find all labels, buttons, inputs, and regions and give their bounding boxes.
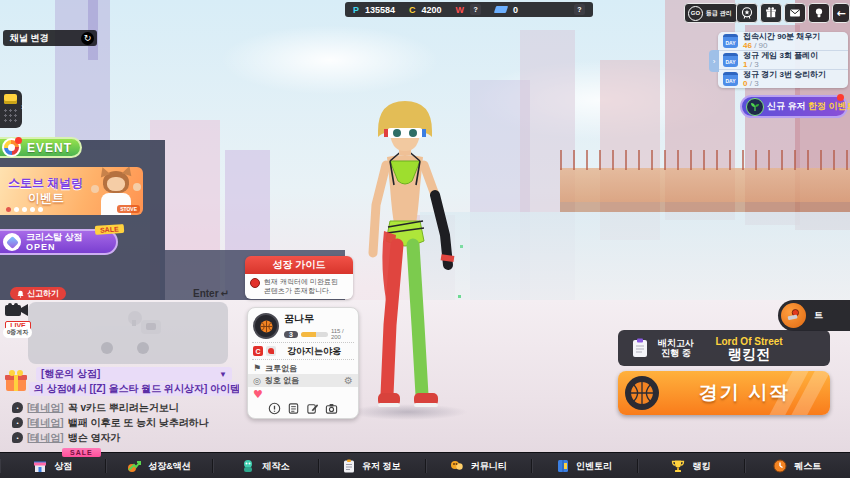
quest-row[interactable]: DAY 접속시간 90분 채우기 46 / 90 bbox=[718, 32, 848, 51]
settings-gear-icon[interactable]: ⚙ bbox=[344, 375, 353, 386]
locked-currency-icon[interactable]: ? bbox=[470, 4, 481, 15]
event-button[interactable]: EVENT bbox=[0, 137, 82, 158]
report-button[interactable]: 신고하기 bbox=[10, 287, 66, 300]
crystal-banner-title: 크리스탈 상점 bbox=[26, 232, 83, 242]
stove-banner-subtitle: 이벤트 bbox=[28, 190, 64, 207]
lucky-shop-body: 의 상점에서 [[Z] 올스타 월드 위시상자] 아이템 bbox=[34, 382, 239, 396]
carousel-dots[interactable] bbox=[6, 207, 43, 212]
coin-currency-icon: C bbox=[409, 5, 416, 15]
exp-bar-fill bbox=[301, 332, 317, 337]
nav-community[interactable]: 커뮤니티 bbox=[426, 459, 532, 473]
nav-shop[interactable]: 상점 bbox=[0, 459, 106, 473]
chat-text: 뱅슨 영자가 bbox=[68, 431, 121, 445]
bg-bridge-rail bbox=[560, 150, 850, 170]
nav-label: 유저 정보 bbox=[362, 460, 401, 473]
crew-status: 크루없음 bbox=[265, 363, 297, 374]
memo-button[interactable] bbox=[287, 402, 300, 415]
nav-quest[interactable]: 퀘스트 bbox=[745, 459, 850, 473]
start-match-button[interactable]: 경기 시작 bbox=[618, 371, 830, 415]
mail-button[interactable] bbox=[784, 3, 806, 23]
nav-ranking[interactable]: 랭킹 bbox=[638, 459, 744, 473]
notification-dot bbox=[837, 94, 844, 101]
chat-username[interactable]: [테네엄] bbox=[27, 431, 64, 445]
quest-row[interactable]: DAY 정규 게임 3회 플레이 1 / 3 bbox=[718, 51, 848, 70]
nav-growth[interactable]: 성장&액션 bbox=[106, 459, 212, 473]
bag-icon bbox=[4, 94, 17, 104]
nav-inventory[interactable]: 인벤토리 bbox=[532, 459, 638, 473]
enter-label: Enter bbox=[193, 288, 219, 299]
sprout-icon bbox=[746, 98, 764, 116]
nav-workshop[interactable]: 제작소 bbox=[213, 459, 319, 473]
collapsed-side-panel[interactable]: › bbox=[0, 90, 22, 128]
chat-bubble-icon: • bbox=[12, 432, 23, 443]
user-info-clipboard-icon bbox=[343, 459, 355, 473]
title-status: 칭호 없음 bbox=[265, 375, 299, 386]
viewer-count-badge: 0중계자 bbox=[3, 327, 32, 338]
chat-username[interactable]: [테네엄] bbox=[27, 401, 64, 415]
chat-bubble-icon: • bbox=[12, 402, 23, 413]
point-currency-value: 135584 bbox=[365, 5, 395, 15]
bg-building bbox=[55, 0, 110, 150]
crystal-shop-banner[interactable]: 크리스탈 상점 OPEN SALE bbox=[0, 229, 118, 255]
chat-enter-hint[interactable]: Enter ↵ bbox=[193, 288, 229, 299]
stove-channeling-banner[interactable]: 스토브 채널링 이벤트 STOVE bbox=[0, 167, 143, 215]
gift-button[interactable] bbox=[760, 3, 782, 23]
character-emblem[interactable] bbox=[253, 313, 279, 339]
newbie-event-highlight: 한정 이벤트!! bbox=[808, 101, 850, 111]
channel-change-button[interactable]: 채널 변경 ↻ bbox=[3, 30, 97, 46]
note-edit-button[interactable] bbox=[306, 402, 319, 415]
quest-row[interactable]: DAY 정규 경기 3번 승리하기 0 / 3 bbox=[718, 70, 848, 88]
growth-chart-icon bbox=[127, 459, 141, 473]
character-name: 꿈나무 bbox=[284, 312, 353, 326]
calendar-day-icon: DAY bbox=[723, 53, 738, 67]
community-icon bbox=[450, 459, 464, 473]
chat-message: • [테네엄] 꼭 v카드 뿌리려는거보니 bbox=[12, 400, 242, 415]
quest-title: 접속시간 90분 채우기 bbox=[743, 33, 820, 41]
report-label: 신고하기 bbox=[27, 288, 59, 299]
quest-total: / 3 bbox=[750, 60, 759, 69]
info-button[interactable] bbox=[268, 402, 281, 415]
game-lobby-screen: 채널 변경 ↻ P 135584 C 4200 W ? 0 ? GO 등급 관리… bbox=[0, 0, 850, 478]
broadcast-view-box[interactable] bbox=[28, 302, 228, 364]
locked-slot-icon[interactable]: ? bbox=[574, 4, 585, 15]
calendar-day-icon: DAY bbox=[723, 72, 738, 86]
basketball-badge-icon bbox=[625, 376, 659, 410]
shop-icon bbox=[33, 459, 47, 473]
bg-bridge-deck bbox=[560, 168, 850, 202]
grade-manage-label: 등급 관리 bbox=[706, 10, 732, 17]
notification-dot bbox=[15, 137, 22, 144]
crew-row[interactable]: ⚑ 크루없음 bbox=[248, 362, 358, 374]
clipboard-icon bbox=[632, 338, 648, 358]
camera-button[interactable] bbox=[325, 402, 338, 415]
grade-manage-button[interactable]: GO 등급 관리 bbox=[684, 3, 738, 23]
chat-username[interactable]: [테네엄] bbox=[27, 416, 64, 430]
broadcast-van-illustration bbox=[83, 310, 173, 358]
back-button[interactable]: ← bbox=[832, 3, 850, 23]
growth-guide-line1: 현재 캐릭터에 미완료된 bbox=[264, 277, 338, 286]
chat-message: • [테네엄] 뱅슨 영자가 bbox=[12, 430, 242, 445]
chat-bubble-icon: • bbox=[12, 417, 23, 428]
quest-total: / 3 bbox=[750, 79, 759, 88]
tip-button[interactable] bbox=[808, 3, 830, 23]
nav-label: 퀘스트 bbox=[794, 460, 821, 473]
medal-button[interactable] bbox=[736, 3, 758, 23]
growth-guide-panel[interactable]: 성장 가이드 현재 캐릭터에 미완료된 콘텐츠가 존재합니다. bbox=[245, 256, 353, 299]
calendar-day-icon: DAY bbox=[723, 34, 738, 48]
quest-current: 0 bbox=[743, 79, 747, 88]
nav-label: 성장&액션 bbox=[148, 460, 191, 473]
nav-user-info[interactable]: 유저 정보 bbox=[319, 459, 425, 473]
title-row[interactable]: ◎ 칭호 없음 ⚙ bbox=[248, 374, 358, 387]
nav-label: 인벤토리 bbox=[576, 460, 612, 473]
nav-label: 제작소 bbox=[262, 460, 289, 473]
quest-panel-collapse-tab[interactable]: › bbox=[709, 50, 719, 72]
like-heart-icon[interactable]: ♥ bbox=[253, 388, 263, 401]
side-mode-tab[interactable]: 트 bbox=[778, 300, 850, 331]
nav-label: 상점 bbox=[54, 460, 72, 473]
dunk-icon bbox=[781, 303, 806, 328]
newbie-event-banner[interactable]: 신규 유저 한정 이벤트!! bbox=[740, 95, 848, 118]
lucky-shop-header[interactable]: [행운의 상점] ▼ bbox=[36, 367, 232, 381]
growth-guide-header: 성장 가이드 bbox=[245, 256, 353, 274]
placement-mode-panel[interactable]: 배치고사 진행 중 Lord Of Street 랭킹전 bbox=[618, 330, 830, 366]
dropdown-arrow-icon[interactable]: ▼ bbox=[219, 370, 227, 379]
quest-title: 정규 경기 3번 승리하기 bbox=[743, 71, 826, 79]
